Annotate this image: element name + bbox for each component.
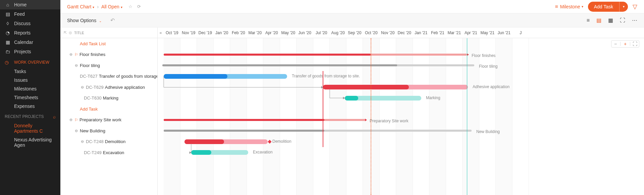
fit-icon[interactable]: ⛶ — [632, 41, 638, 47]
gantt-bar[interactable]: Demolition — [184, 139, 268, 144]
more-icon[interactable]: ⋯ — [632, 17, 637, 23]
add-task-button[interactable]: Add Task ▾ — [588, 2, 628, 12]
zoom-out-icon[interactable]: − — [613, 41, 618, 47]
zoom-in-icon[interactable]: + — [623, 41, 628, 47]
sidebar: ⌂Home▤Feed◊Discuss◔Reports▦Calendar🗀Proj… — [0, 0, 60, 195]
gantt-bar[interactable]: Floor finishes — [164, 54, 467, 56]
task-row[interactable]: DC-T630Marking — [60, 93, 157, 104]
filter-selector[interactable]: All Open▾ — [101, 4, 122, 9]
gantt-bar-progress — [164, 130, 324, 132]
month-header: Jul '20 — [313, 30, 330, 35]
task-row[interactable]: ⊖New Building — [60, 125, 157, 136]
month-header: Jan '21 — [413, 30, 430, 35]
gantt-bar[interactable]: Marking — [345, 96, 421, 101]
gantt-bar[interactable]: Preparatory Site work — [164, 119, 365, 121]
scroll-left-icon[interactable]: « — [158, 30, 164, 35]
view-selector[interactable]: Gantt Chart▾ — [67, 4, 94, 9]
task-row[interactable]: DC-T627Transfer of goods from storage to… — [60, 71, 157, 82]
sidebar-item-calendar[interactable]: ▦Calendar — [0, 38, 60, 47]
task-list-panel: ⇱ ◎ TITLE Add Task List⊖⚐Floor finishes⊖… — [60, 27, 158, 195]
main: Gantt Chart▾ › All Open▾ ☆ ⟳ ≡ Milestone… — [60, 0, 644, 195]
chevron-down-icon: ▾ — [93, 5, 94, 9]
add-link[interactable]: Add Task — [80, 107, 98, 112]
month-header: Jan '20 — [214, 30, 230, 35]
task-title: Excavation — [103, 150, 124, 155]
task-row[interactable]: ⊖Floor tiling — [60, 60, 157, 71]
flag-icon: ⚐ — [74, 118, 78, 122]
sidebar-item-projects[interactable]: 🗀Projects — [0, 47, 60, 56]
task-row[interactable]: Add Task List — [60, 38, 157, 49]
calendar-icon[interactable]: ▦ — [608, 17, 613, 23]
sidebar-item-timesheets[interactable]: Timesheets — [0, 93, 60, 102]
filter-icon[interactable]: ▽ — [633, 3, 637, 10]
gantt-bar[interactable]: New Building — [164, 130, 472, 132]
gantt-row: Preparatory Site work — [158, 115, 644, 126]
feed-icon: ▤ — [5, 11, 11, 17]
sidebar-item-tasks[interactable]: Tasks — [0, 67, 60, 76]
sidebar-item-milestones[interactable]: Milestones — [0, 84, 60, 93]
content: ⇱ ◎ TITLE Add Task List⊖⚐Floor finishes⊖… — [60, 27, 644, 195]
sidebar-item-home[interactable]: ⌂Home — [0, 0, 60, 9]
gantt-bar-label: Excavation — [253, 150, 273, 154]
task-id: DC-T248 — [86, 139, 104, 144]
task-row[interactable]: Add Task — [60, 104, 157, 115]
show-options-button[interactable]: Show Options ⌄ — [67, 18, 102, 23]
view-option-1-icon[interactable]: ≡ — [587, 17, 590, 23]
add-task-dropdown[interactable]: ▾ — [619, 2, 628, 12]
refresh-icon[interactable]: ⟳ — [137, 4, 141, 9]
task-title: Preparatory Site work — [79, 117, 121, 122]
view-option-2-icon[interactable]: ▤ — [596, 17, 601, 23]
collapse-icon[interactable]: ⊖ — [80, 139, 85, 144]
gantt-bar-label: Floor finishes — [472, 53, 495, 58]
task-row[interactable]: ⊖⚐Preparatory Site work — [60, 115, 157, 126]
month-header: Mar '20 — [247, 30, 264, 35]
month-header: Jun '21 — [496, 30, 513, 35]
sidebar-item-issues[interactable]: Issues — [0, 76, 60, 84]
month-header: May '21 — [479, 30, 496, 35]
fullscreen-icon[interactable]: ⛶ — [620, 17, 625, 23]
hierarchy-icon[interactable]: ⇱ — [64, 30, 67, 35]
reports-icon: ◔ — [5, 30, 11, 36]
gantt-body[interactable]: − + ⛶ Floor finishesFloor tilingTransfer… — [158, 38, 644, 195]
month-header: Oct '20 — [363, 30, 380, 35]
gantt-bar-label: New Building — [476, 129, 500, 134]
sidebar-item-reports[interactable]: ◔Reports — [0, 28, 60, 38]
chevron-down-icon: ⌄ — [99, 19, 102, 23]
gantt-panel[interactable]: « Oct '19Nov '19Dec '19Jan '20Feb '20Mar… — [158, 27, 644, 195]
undo-icon[interactable]: ↶ — [110, 17, 115, 23]
chevron-down-icon: ▾ — [121, 5, 122, 9]
task-id: DC-T249 — [84, 150, 102, 155]
search-icon[interactable]: ⌕ — [53, 114, 56, 119]
month-header: Nov '20 — [380, 30, 396, 35]
recent-project[interactable]: Donnelly Apartments C — [0, 121, 60, 135]
add-link[interactable]: Add Task List — [80, 41, 106, 46]
gantt-row: Floor tiling — [158, 60, 644, 71]
star-icon[interactable]: ☆ — [128, 4, 132, 9]
target-icon[interactable]: ◎ — [69, 30, 72, 35]
month-header: Apr '20 — [263, 30, 280, 35]
task-title: Floor finishes — [79, 52, 105, 57]
sidebar-item-label: Reports — [14, 30, 31, 36]
sidebar-section-recent: RECENT PROJECTS ⌕ — [0, 111, 60, 121]
zoom-controls: − + ⛶ — [611, 40, 639, 48]
collapse-icon[interactable]: ⊖ — [68, 118, 73, 122]
task-list-header: ⇱ ◎ TITLE — [60, 27, 157, 38]
task-row[interactable]: ⊖⚐Floor finishes — [60, 49, 157, 60]
sidebar-item-label: Projects — [14, 49, 31, 54]
sidebar-item-discuss[interactable]: ◊Discuss — [0, 19, 60, 28]
collapse-icon[interactable]: ⊖ — [74, 129, 78, 133]
gantt-bar-progress — [162, 64, 397, 66]
task-row[interactable]: ⊖DC-T629Adhesive application — [60, 82, 157, 93]
gantt-bar[interactable]: Floor tiling — [162, 64, 474, 66]
gantt-bar[interactable]: Excavation — [191, 150, 248, 155]
month-header: Sep '20 — [346, 30, 363, 35]
task-row[interactable]: DC-T249Excavation — [60, 147, 157, 158]
collapse-icon[interactable]: ⊖ — [80, 85, 85, 89]
task-row[interactable]: ⊖DC-T248Demolition — [60, 136, 157, 147]
milestone-selector[interactable]: ≡ Milestone ▾ — [555, 4, 583, 10]
sidebar-item-feed[interactable]: ▤Feed — [0, 9, 60, 19]
collapse-icon[interactable]: ⊖ — [74, 63, 78, 68]
collapse-icon[interactable]: ⊖ — [68, 52, 73, 57]
recent-project[interactable]: Nexus Advertising Agen — [0, 135, 60, 149]
sidebar-item-expenses[interactable]: Expenses — [0, 102, 60, 111]
